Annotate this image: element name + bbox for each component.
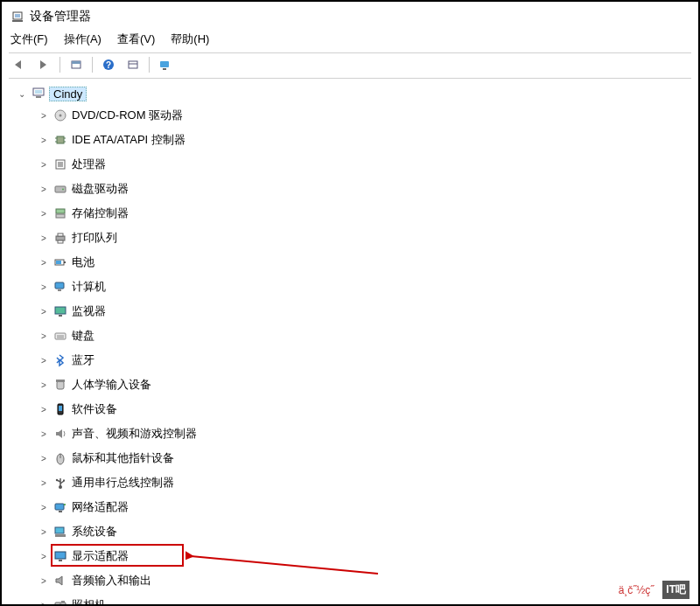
svg-rect-43 bbox=[59, 406, 62, 411]
back-button[interactable] bbox=[9, 55, 30, 74]
tree-item[interactable]: >鼠标和其他指针设备 bbox=[38, 446, 691, 470]
tree-item-label: 照相机 bbox=[72, 597, 106, 606]
svg-rect-27 bbox=[56, 236, 65, 240]
help-button[interactable]: ? bbox=[98, 55, 119, 74]
tree-item-label: 人体学输入设备 bbox=[72, 377, 151, 393]
device-tree: ⌄ Cindy >DVD/CD-ROM 驱动器>IDE ATA/ATAPI 控制… bbox=[9, 79, 691, 606]
menu-file[interactable]: 文件(F) bbox=[10, 31, 48, 47]
tree-item[interactable]: >人体学输入设备 bbox=[38, 373, 691, 397]
chevron-down-icon[interactable]: ⌄ bbox=[16, 89, 28, 99]
svg-rect-51 bbox=[63, 480, 65, 482]
computer-icon bbox=[32, 86, 46, 102]
svg-rect-12 bbox=[35, 90, 42, 94]
svg-rect-23 bbox=[55, 186, 66, 192]
svg-rect-10 bbox=[163, 68, 166, 70]
root-label: Cindy bbox=[49, 87, 87, 101]
svg-point-15 bbox=[60, 115, 62, 117]
chevron-right-icon[interactable]: > bbox=[38, 185, 49, 194]
chip2-icon bbox=[52, 157, 68, 172]
usb-icon bbox=[52, 475, 68, 491]
menu-help[interactable]: 帮助(H) bbox=[171, 31, 209, 47]
camera-icon bbox=[52, 597, 68, 606]
titlebar: 设备管理器 bbox=[9, 7, 691, 30]
chevron-right-icon[interactable]: > bbox=[38, 552, 49, 561]
tree-item-label: DVD/CD-ROM 驱动器 bbox=[72, 108, 183, 123]
toolbar-separator bbox=[149, 57, 150, 73]
tree-item-label: 音频输入和输出 bbox=[72, 573, 151, 589]
tree-item[interactable]: >电池 bbox=[38, 250, 691, 275]
chip-icon bbox=[52, 132, 68, 148]
tree-item[interactable]: >声音、视频和游戏控制器 bbox=[38, 421, 691, 446]
tree-item[interactable]: >系统设备 bbox=[38, 519, 691, 544]
battery-icon bbox=[52, 254, 68, 270]
svg-rect-22 bbox=[58, 162, 63, 167]
chevron-right-icon[interactable]: > bbox=[38, 601, 49, 607]
tree-item-label: 显示适配器 bbox=[72, 548, 129, 564]
tree-item[interactable]: >显示适配器 bbox=[38, 544, 691, 568]
chevron-right-icon[interactable]: > bbox=[38, 429, 49, 439]
show-hidden-button[interactable] bbox=[66, 55, 87, 74]
menu-view[interactable]: 查看(V) bbox=[117, 31, 155, 47]
svg-rect-53 bbox=[59, 511, 62, 512]
keyboard-icon bbox=[52, 328, 68, 344]
tree-item[interactable]: >照相机 bbox=[38, 593, 691, 606]
chevron-right-icon[interactable]: > bbox=[38, 111, 49, 121]
printer-icon bbox=[52, 230, 68, 246]
scan-hardware-button[interactable] bbox=[155, 55, 176, 74]
toolbar-separator bbox=[92, 57, 93, 73]
system-icon bbox=[52, 524, 68, 540]
svg-rect-40 bbox=[57, 381, 64, 389]
svg-rect-1 bbox=[15, 14, 20, 17]
chevron-right-icon[interactable]: > bbox=[38, 356, 49, 366]
chevron-right-icon[interactable]: > bbox=[38, 136, 49, 145]
monitor-icon bbox=[52, 303, 68, 319]
device-manager-icon bbox=[10, 10, 24, 24]
tree-item[interactable]: >处理器 bbox=[38, 152, 691, 177]
tree-item-label: 鼠标和其他指针设备 bbox=[72, 450, 174, 466]
tree-item[interactable]: >IDE ATA/ATAPI 控制器 bbox=[38, 128, 691, 152]
tree-item[interactable]: >存储控制器 bbox=[38, 201, 691, 226]
forward-button[interactable] bbox=[33, 55, 54, 74]
chevron-right-icon[interactable]: > bbox=[38, 160, 49, 170]
chevron-right-icon[interactable]: > bbox=[38, 503, 49, 512]
tree-root[interactable]: ⌄ Cindy bbox=[16, 84, 691, 103]
chevron-right-icon[interactable]: > bbox=[38, 258, 49, 268]
svg-rect-58 bbox=[59, 560, 62, 561]
chevron-right-icon[interactable]: > bbox=[38, 209, 49, 219]
tree-item[interactable]: >DVD/CD-ROM 驱动器 bbox=[38, 103, 691, 128]
properties-button[interactable] bbox=[122, 55, 144, 74]
svg-rect-36 bbox=[59, 315, 62, 317]
chevron-right-icon[interactable]: > bbox=[38, 405, 49, 414]
chevron-right-icon[interactable]: > bbox=[38, 331, 49, 341]
tree-item[interactable]: >通用串行总线控制器 bbox=[38, 470, 691, 495]
menu-action[interactable]: 操作(A) bbox=[64, 31, 102, 47]
hid-icon bbox=[52, 377, 68, 393]
chevron-right-icon[interactable]: > bbox=[38, 233, 49, 243]
toolbar: ? bbox=[9, 52, 691, 79]
tree-item[interactable]: >计算机 bbox=[38, 275, 691, 299]
tree-item[interactable]: >网络适配器 bbox=[38, 495, 691, 519]
tree-item[interactable]: >磁盘驱动器 bbox=[38, 177, 691, 201]
svg-rect-32 bbox=[56, 261, 61, 264]
tree-item[interactable]: >键盘 bbox=[38, 324, 691, 348]
tree-item[interactable]: >音频输入和输出 bbox=[38, 568, 691, 593]
chevron-right-icon[interactable]: > bbox=[38, 454, 49, 463]
tree-item-label: 软件设备 bbox=[72, 401, 117, 417]
chevron-right-icon[interactable]: > bbox=[38, 380, 49, 390]
chevron-right-icon[interactable]: > bbox=[38, 527, 49, 537]
tree-item[interactable]: >打印队列 bbox=[38, 226, 691, 250]
tree-item-label: 网络适配器 bbox=[72, 499, 129, 515]
svg-rect-31 bbox=[64, 261, 66, 263]
svg-rect-33 bbox=[55, 282, 64, 289]
svg-rect-29 bbox=[58, 240, 63, 243]
watermark: ä¸č˝½ç˝ IT吧 bbox=[619, 581, 690, 599]
tree-item[interactable]: >监视器 bbox=[38, 299, 691, 324]
tree-item[interactable]: >软件设备 bbox=[38, 397, 691, 421]
svg-rect-13 bbox=[36, 96, 41, 98]
chevron-right-icon[interactable]: > bbox=[38, 478, 49, 488]
toolbar-separator bbox=[60, 57, 60, 73]
chevron-right-icon[interactable]: > bbox=[38, 282, 49, 292]
tree-item[interactable]: >蓝牙 bbox=[38, 348, 691, 373]
chevron-right-icon[interactable]: > bbox=[38, 576, 49, 586]
chevron-right-icon[interactable]: > bbox=[38, 307, 49, 317]
